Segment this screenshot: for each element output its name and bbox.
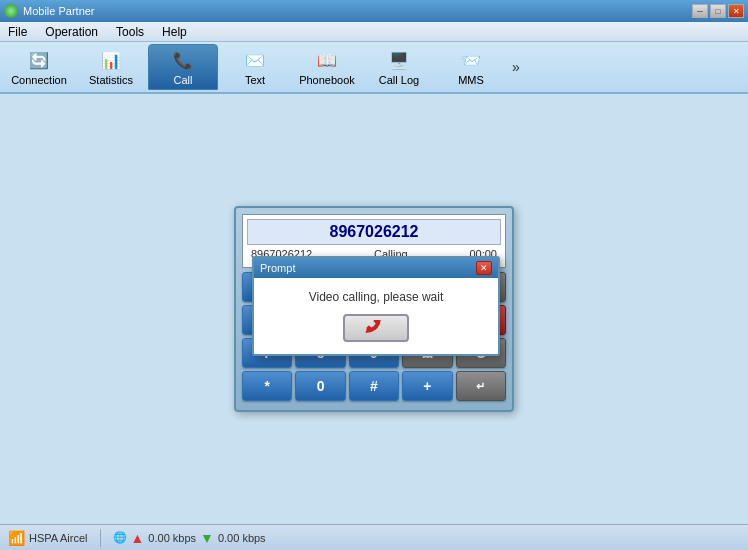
network-status: 📶 HSPA Aircel [8, 530, 88, 546]
dial-btn-0[interactable]: 0 [295, 371, 345, 401]
app-icon [4, 4, 18, 18]
menu-operation[interactable]: Operation [41, 23, 102, 41]
tab-text[interactable]: ✉️ Text [220, 44, 290, 90]
network-label: HSPA Aircel [29, 532, 88, 544]
menu-help[interactable]: Help [158, 23, 191, 41]
tab-call-label: Call [174, 74, 193, 86]
prompt-body: Video calling, please wait [254, 278, 498, 354]
dial-btn-hash[interactable]: # [349, 371, 399, 401]
tab-phonebook-label: Phonebook [299, 74, 355, 86]
status-bar: 📶 HSPA Aircel 🌐 ▲ 0.00 kbps ▼ 0.00 kbps [0, 524, 748, 550]
prompt-message: Video calling, please wait [266, 290, 486, 304]
tab-mms[interactable]: 📨 MMS [436, 44, 506, 90]
tab-calllog-label: Call Log [379, 74, 419, 86]
tab-statistics[interactable]: 📊 Statistics [76, 44, 146, 90]
menu-file[interactable]: File [4, 23, 31, 41]
dial-btn-plus[interactable]: + [402, 371, 452, 401]
data-status: 🌐 ▲ 0.00 kbps ▼ 0.00 kbps [113, 530, 266, 546]
calllog-icon: 🖥️ [387, 48, 411, 72]
tab-phonebook[interactable]: 📖 Phonebook [292, 44, 362, 90]
toolbar: 🔄 Connection 📊 Statistics 📞 Call ✉️ Text… [0, 42, 748, 94]
restore-button[interactable]: □ [710, 4, 726, 18]
prompt-dialog: Prompt ✕ Video calling, please wait [252, 256, 500, 356]
signal-icon: 📶 [8, 530, 25, 546]
title-bar: Mobile Partner ─ □ ✕ [0, 0, 748, 22]
status-divider-1 [100, 529, 101, 547]
tab-text-label: Text [245, 74, 265, 86]
main-content: 8967026212 8967026212 Calling 00:00 1 2 … [0, 94, 748, 524]
mms-icon: 📨 [459, 48, 483, 72]
prompt-close-button[interactable]: ✕ [476, 261, 492, 275]
network-icon: 🌐 [113, 531, 127, 544]
download-speed: 0.00 kbps [218, 532, 266, 544]
tab-statistics-label: Statistics [89, 74, 133, 86]
statistics-icon: 📊 [99, 48, 123, 72]
prompt-title-bar: Prompt ✕ [254, 258, 498, 278]
dial-btn-star[interactable]: * [242, 371, 292, 401]
title-bar-left: Mobile Partner [4, 4, 95, 18]
close-button[interactable]: ✕ [728, 4, 744, 18]
dial-panel: 8967026212 8967026212 Calling 00:00 1 2 … [234, 206, 514, 412]
text-icon: ✉️ [243, 48, 267, 72]
tab-connection-label: Connection [11, 74, 67, 86]
upload-arrow-icon: ▲ [131, 530, 145, 546]
prompt-title: Prompt [260, 262, 295, 274]
connection-icon: 🔄 [27, 48, 51, 72]
menu-bar: File Operation Tools Help [0, 22, 748, 42]
title-controls: ─ □ ✕ [692, 4, 744, 18]
app-title: Mobile Partner [23, 5, 95, 17]
download-arrow-icon: ▼ [200, 530, 214, 546]
tab-calllog[interactable]: 🖥️ Call Log [364, 44, 434, 90]
hangup-phone-icon [361, 320, 391, 336]
dial-btn-back[interactable]: ↵ [456, 371, 506, 401]
phonebook-icon: 📖 [315, 48, 339, 72]
prompt-hangup-button[interactable] [343, 314, 409, 342]
upload-speed: 0.00 kbps [148, 532, 196, 544]
more-tabs-button[interactable]: » [508, 55, 524, 79]
minimize-button[interactable]: ─ [692, 4, 708, 18]
dial-row-4: * 0 # + ↵ [242, 371, 506, 401]
tab-connection[interactable]: 🔄 Connection [4, 44, 74, 90]
dial-number: 8967026212 [247, 219, 501, 245]
call-icon: 📞 [171, 48, 195, 72]
tab-mms-label: MMS [458, 74, 484, 86]
tab-call[interactable]: 📞 Call [148, 44, 218, 90]
menu-tools[interactable]: Tools [112, 23, 148, 41]
